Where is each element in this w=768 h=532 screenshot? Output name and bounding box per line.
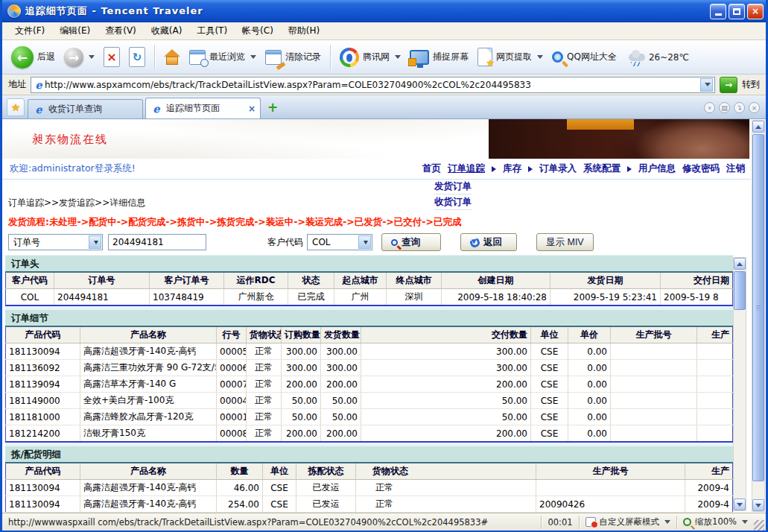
home-button[interactable]	[159, 46, 185, 69]
content-scrollbar[interactable]	[733, 257, 746, 511]
stop-button[interactable]: ×	[99, 44, 124, 70]
browser-scrollbar[interactable]	[752, 120, 765, 512]
tab-close-icon[interactable]: ×	[248, 104, 256, 114]
cell	[611, 409, 697, 425]
nav-order-tracking[interactable]: 订单追踪	[448, 162, 485, 175]
cell: 254.00	[217, 496, 263, 513]
close-icon: ×	[752, 104, 758, 112]
cell: CSE	[531, 360, 568, 376]
plus-icon: +	[267, 100, 278, 115]
menu-edit[interactable]: 编辑(E)	[53, 22, 97, 39]
pin-icon: ↴	[737, 104, 743, 112]
chevron-double-down-icon: »	[705, 106, 713, 110]
column-header: 生产	[685, 463, 733, 480]
close-button[interactable]: ×	[747, 4, 764, 19]
submenu-ship-order[interactable]: 发货订单	[434, 180, 472, 194]
nav-user-info[interactable]: 用户信息	[638, 162, 676, 175]
qq-nav-label: QQ网址大全	[567, 51, 617, 63]
tab-pages-button[interactable]: ▤	[719, 102, 730, 113]
web-extract-button[interactable]: ★ 网页提取	[473, 45, 548, 69]
resize-grip[interactable]	[754, 520, 764, 531]
customer-code-select[interactable]: COL	[307, 234, 372, 250]
nav-system-config[interactable]: 系统配置	[583, 162, 621, 175]
return-button[interactable]: 返回	[460, 233, 517, 251]
clear-history-icon	[265, 50, 282, 65]
order-field-select[interactable]: 订单号	[8, 234, 103, 250]
column-header: 创建日期	[442, 272, 550, 289]
url-text[interactable]: http://www.aspxamcom/ebs/track/TrackDeta…	[45, 80, 700, 90]
scroll-down-button[interactable]	[752, 499, 764, 511]
cell: 正常	[356, 496, 536, 513]
menu-help[interactable]: 帮助(H)	[282, 22, 326, 39]
close-icon: ×	[752, 6, 759, 16]
scrollbar-thumb[interactable]	[752, 134, 764, 481]
qq-nav-button[interactable]: QQ网址大全	[548, 48, 621, 66]
menu-account[interactable]: 帐号(C)	[235, 22, 280, 39]
column-header: 单价	[568, 326, 611, 343]
maximize-button[interactable]	[729, 4, 745, 19]
table-row: 181130094高露洁超强牙膏-140克-高钙000050正常300.0030…	[6, 343, 733, 360]
cell: 181139094	[6, 376, 80, 393]
scroll-down-button[interactable]	[734, 498, 746, 510]
menu-tools[interactable]: 工具(T)	[190, 22, 234, 39]
cell: 181214200	[6, 425, 80, 443]
nav-change-password[interactable]: 修改密码	[682, 162, 720, 175]
recent-browse-button[interactable]: 最近浏览	[185, 47, 261, 68]
column-header: 拣配状态	[296, 463, 356, 480]
minimize-button[interactable]	[710, 4, 726, 19]
cell: 广州新仓	[224, 289, 288, 306]
browser-window: 追踪细节页面 - Tencent Traveler × 文件(F) 编辑(E) …	[0, 0, 768, 532]
order-header-section-title: 订单头	[5, 255, 733, 271]
go-button[interactable]: →	[720, 77, 737, 93]
cell	[611, 343, 697, 360]
cell: 2009-5-19 8	[661, 289, 733, 306]
nav-logout[interactable]: 注销	[726, 162, 745, 175]
column-header: 运作RDC	[224, 272, 288, 289]
cell: 200.00	[282, 376, 321, 393]
scroll-up-button[interactable]	[752, 121, 764, 133]
nav-home[interactable]: 首页	[422, 162, 441, 175]
zoom-control[interactable]: 缩放100%	[677, 513, 754, 531]
clear-history-button[interactable]: 清除记录	[261, 47, 326, 68]
url-dropdown-button[interactable]	[700, 78, 713, 92]
cell: 广州	[334, 289, 387, 306]
cell	[611, 425, 697, 443]
cell: 0.00	[568, 376, 611, 393]
column-header: 单位	[263, 463, 296, 480]
qq-site-button[interactable]: 腾讯网	[335, 45, 405, 70]
tab-close-all-button[interactable]: ×	[749, 102, 760, 113]
favorites-button[interactable]: ★	[7, 98, 25, 116]
refresh-button[interactable]: ↻	[124, 44, 150, 70]
banner-photo	[489, 119, 749, 159]
clear-label: 清除记录	[285, 51, 321, 63]
block-mode-control[interactable]: 自定义屏蔽模式	[580, 513, 677, 531]
tab-list-button[interactable]: »	[704, 102, 715, 113]
weather-widget[interactable]: 26~28℃	[629, 52, 689, 63]
new-tab-button[interactable]: +	[264, 99, 281, 115]
show-miv-button[interactable]: 显示 MIV	[536, 233, 594, 251]
menu-favorites[interactable]: 收藏(A)	[145, 22, 189, 39]
address-field[interactable]: e http://www.aspxamcom/ebs/track/TrackDe…	[31, 77, 715, 93]
forward-button[interactable]: →	[60, 45, 99, 70]
nav-order-entry[interactable]: 订单录入	[539, 162, 577, 175]
cell: 000070	[217, 376, 247, 393]
scrollbar-thumb[interactable]	[734, 271, 746, 310]
menu-bar: 文件(F) 编辑(E) 查看(V) 收藏(A) 工具(T) 帐号(C) 帮助(H…	[2, 22, 766, 40]
menu-view[interactable]: 查看(V)	[98, 22, 143, 39]
nav-inventory[interactable]: 库存	[503, 162, 521, 175]
tab-pin-button[interactable]: ↴	[734, 102, 745, 113]
tab-receive-order-query[interactable]: e 收货订单查询	[28, 99, 143, 118]
query-button[interactable]: 查询	[381, 233, 441, 251]
cell: 正常	[356, 480, 536, 496]
page-star-icon: ★	[477, 48, 492, 66]
tab-track-detail[interactable]: e 追踪细节页面 ×	[145, 98, 261, 118]
column-header: 生产批号	[536, 463, 685, 480]
order-number-input[interactable]	[108, 234, 206, 250]
capture-screen-button[interactable]: 捕捉屏幕	[405, 47, 473, 68]
cell: 0.00	[568, 393, 611, 409]
column-header: 行号	[217, 326, 247, 343]
menu-file[interactable]: 文件(F)	[8, 22, 51, 39]
submenu-receive-order[interactable]: 收货订单	[434, 196, 472, 210]
scroll-up-button[interactable]	[734, 258, 746, 270]
back-button[interactable]: ← 后退	[7, 43, 60, 72]
